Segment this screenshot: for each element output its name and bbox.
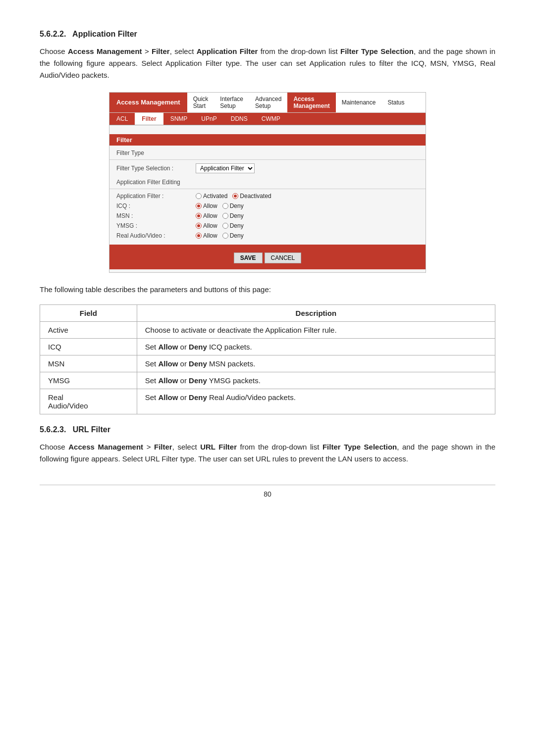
icq-radio-group: Allow Deny (196, 202, 244, 209)
filter-type-selection-label: Filter Type Selection : (116, 165, 196, 172)
tab-access-management[interactable]: AccessManagement (287, 93, 335, 112)
radio-msn-allow-circle (196, 213, 202, 219)
radio-msn-allow-label: Allow (203, 212, 217, 219)
table-intro: The following table describes the parame… (40, 284, 495, 296)
radio-real-deny-circle (222, 233, 228, 239)
subtab-filter[interactable]: Filter (135, 113, 163, 125)
tab-interface-setup[interactable]: InterfaceSetup (214, 93, 249, 112)
table-cell-desc: Set Allow or Deny YMSG packets. (137, 372, 495, 389)
radio-icq-allow-circle (196, 203, 202, 209)
am-bold: Access Management (68, 47, 142, 55)
radio-activated-label: Activated (203, 193, 227, 200)
description-table: Field Description ActiveChoose to activa… (40, 304, 495, 414)
app-filter-radio-group: Activated Deactivated (196, 193, 271, 200)
icq-label: ICQ : (116, 202, 196, 209)
ymsg-row: YMSG : Allow Deny (109, 221, 426, 231)
radio-ymsg-allow-circle (196, 223, 202, 229)
router-ui-screenshot: Access Management QuickStart InterfaceSe… (109, 92, 426, 273)
filter-type-section-label: Filter Type (109, 149, 426, 157)
radio-ymsg-deny-circle (222, 223, 228, 229)
radio-msn-deny-circle (222, 213, 228, 219)
nav-sub: ACL Filter SNMP UPnP DDNS CWMP (109, 113, 426, 125)
table-row: ICQSet Allow or Deny ICQ packets. (40, 339, 495, 355)
nav-brand: Access Management (109, 93, 187, 112)
table-row: Real Audio/VideoSet Allow or Deny Real A… (40, 389, 495, 414)
ymsg-radio-group: Allow Deny (196, 222, 244, 229)
radio-ymsg-deny-label: Deny (230, 222, 244, 229)
radio-msn-deny-label: Deny (230, 212, 244, 219)
section-563-heading: 5.6.2.3. URL Filter (40, 425, 495, 434)
app-filter-activated[interactable]: Activated (196, 193, 227, 200)
table-row: ActiveChoose to activate or deactivate t… (40, 322, 495, 339)
tab-status[interactable]: Status (381, 96, 410, 109)
filter-section-header: Filter (109, 134, 426, 146)
real-radio-group: Allow Deny (196, 232, 244, 239)
app-filter-row: Application Filter : Activated Deactivat… (109, 191, 426, 201)
radio-ymsg-allow-label: Allow (203, 222, 217, 229)
nav-top: Access Management QuickStart InterfaceSe… (109, 93, 426, 113)
page-number: 80 (40, 485, 495, 498)
ymsg-label: YMSG : (116, 222, 196, 229)
filter-bold: Filter (152, 47, 170, 55)
save-button[interactable]: SAVE (234, 252, 263, 263)
radio-icq-deny-circle (222, 203, 228, 209)
ui-body: Filter Filter Type Filter Type Selection… (109, 125, 426, 272)
radio-activated-circle (196, 193, 202, 199)
msn-radio-group: Allow Deny (196, 212, 244, 219)
table-cell-field: MSN (40, 355, 137, 372)
app-filter-deactivated[interactable]: Deactivated (232, 193, 271, 200)
app-filter-editing-label: Application Filter Editing (109, 177, 426, 187)
table-cell-desc: Set Allow or Deny ICQ packets. (137, 339, 495, 355)
real-deny[interactable]: Deny (222, 232, 244, 239)
table-row: YMSGSet Allow or Deny YMSG packets. (40, 372, 495, 389)
subtab-acl[interactable]: ACL (109, 113, 135, 125)
real-row: Real Audio/Video : Allow Deny (109, 231, 426, 241)
radio-real-allow-circle (196, 233, 202, 239)
real-label: Real Audio/Video : (116, 232, 196, 239)
msn-deny[interactable]: Deny (222, 212, 244, 219)
table-col-description: Description (137, 305, 495, 322)
table-row: MSNSet Allow or Deny MSN packets. (40, 355, 495, 372)
real-allow[interactable]: Allow (196, 232, 217, 239)
section-562-para: Choose Access Management > Filter, selec… (40, 46, 495, 81)
subtab-snmp[interactable]: SNMP (163, 113, 195, 125)
icq-row: ICQ : Allow Deny (109, 201, 426, 211)
radio-deactivated-label: Deactivated (240, 193, 271, 200)
table-cell-field: Active (40, 322, 137, 339)
icq-allow[interactable]: Allow (196, 202, 217, 209)
tab-advanced-setup[interactable]: AdvancedSetup (249, 93, 287, 112)
table-cell-field: Real Audio/Video (40, 389, 137, 414)
radio-deactivated-circle (232, 193, 238, 199)
tab-maintenance[interactable]: Maintenance (336, 96, 382, 109)
fts-bold: Filter Type Selection (340, 47, 414, 55)
appfilter-bold: Application Filter (197, 47, 258, 55)
filter-type-select[interactable]: Application Filter URL Filter (196, 163, 255, 173)
section-562-heading: 5.6.2.2. Application Filter (40, 30, 495, 39)
msn-label: MSN : (116, 212, 196, 219)
ymsg-allow[interactable]: Allow (196, 222, 217, 229)
app-filter-label: Application Filter : (116, 193, 196, 200)
msn-allow[interactable]: Allow (196, 212, 217, 219)
radio-real-deny-label: Deny (230, 232, 244, 239)
radio-real-allow-label: Allow (203, 232, 217, 239)
cancel-button[interactable]: CANCEL (265, 252, 302, 263)
section-563-para: Choose Access Management > Filter, selec… (40, 441, 495, 465)
table-cell-field: YMSG (40, 372, 137, 389)
icq-deny[interactable]: Deny (222, 202, 244, 209)
ymsg-deny[interactable]: Deny (222, 222, 244, 229)
nav-tabs: QuickStart InterfaceSetup AdvancedSetup … (187, 93, 426, 112)
radio-icq-allow-label: Allow (203, 202, 217, 209)
subtab-ddns[interactable]: DDNS (224, 113, 255, 125)
subtab-cwmp[interactable]: CWMP (255, 113, 287, 125)
table-cell-desc: Set Allow or Deny Real Audio/Video packe… (137, 389, 495, 414)
tab-quick-start[interactable]: QuickStart (187, 93, 214, 112)
table-cell-desc: Choose to activate or deactivate the App… (137, 322, 495, 339)
btn-row: SAVE CANCEL (109, 248, 426, 266)
msn-row: MSN : Allow Deny (109, 211, 426, 221)
table-cell-field: ICQ (40, 339, 137, 355)
table-col-field: Field (40, 305, 137, 322)
filter-type-selection-row: Filter Type Selection : Application Filt… (109, 162, 426, 175)
subtab-upnp[interactable]: UPnP (194, 113, 223, 125)
table-cell-desc: Set Allow or Deny MSN packets. (137, 355, 495, 372)
filter-type-section: Filter Type Filter Type Selection : Appl… (109, 149, 426, 175)
